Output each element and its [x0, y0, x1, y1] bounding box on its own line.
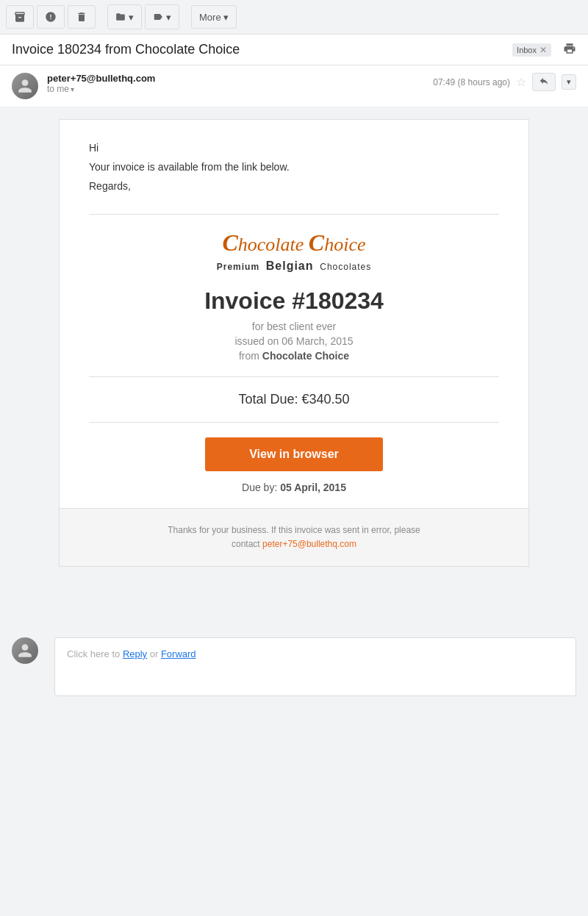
footer-contact-email[interactable]: peter+75@bullethq.com — [262, 539, 356, 549]
email-body-wrap: Hi Your invoice is available from the li… — [0, 107, 588, 579]
logo-subtitle: Premium Belgian Chocolates — [89, 260, 499, 273]
forward-link[interactable]: Forward — [161, 648, 196, 659]
archive-icon — [14, 11, 26, 23]
move-button[interactable]: ▾ — [108, 5, 141, 29]
invoice-issued: issued on 06 March, 2015 — [89, 335, 499, 347]
email-header: Invoice 180234 from Chocolate Choice Inb… — [0, 35, 588, 65]
logo-text: Chocolate Choice — [89, 229, 499, 257]
invoice-number: Invoice #180234 — [89, 287, 499, 315]
reply-area: Click here to Reply or Forward — [12, 637, 576, 696]
invoice-from: from Chocolate Choice — [89, 350, 499, 362]
sender-row: peter+75@bullethq.com to me ▾ 07:49 (8 h… — [0, 65, 588, 107]
label-icon — [153, 12, 163, 22]
reply-avatar — [12, 637, 38, 664]
email-footer: Thanks for your business. If this invoic… — [60, 508, 528, 566]
reply-box[interactable]: Click here to Reply or Forward — [54, 637, 576, 696]
logo-cap-c2: C — [309, 229, 324, 256]
toolbar: ▾ ▾ More ▾ — [0, 0, 588, 35]
inbox-badge-close[interactable]: ✕ — [539, 45, 547, 55]
labels-button[interactable]: ▾ — [146, 5, 179, 29]
star-button[interactable]: ☆ — [516, 75, 526, 89]
archive-button[interactable] — [6, 5, 34, 29]
email-card: Hi Your invoice is available from the li… — [59, 119, 529, 567]
more-actions-button[interactable]: ▾ — [562, 74, 576, 90]
labels-group: ▾ — [145, 4, 179, 29]
logo-premium: Premium — [217, 262, 259, 272]
to-me-chevron-icon: ▾ — [71, 85, 74, 93]
reply-avatar-inner — [12, 637, 38, 664]
sender-name: peter+75@bullethq.com — [47, 73, 433, 84]
invoice-section: Chocolate Choice Premium Belgian Chocola… — [60, 215, 528, 508]
logo-chocolates: Chocolates — [320, 262, 371, 272]
to-me[interactable]: to me ▾ — [47, 84, 433, 94]
total-due: Total Due: €340.50 — [89, 392, 499, 407]
spam-button[interactable] — [37, 5, 65, 29]
footer-line1: Thanks for your business. If this invoic… — [168, 525, 420, 535]
avatar-inner — [12, 73, 38, 99]
body-line1: Your invoice is available from the link … — [89, 161, 499, 173]
invoice-divider2 — [89, 422, 499, 423]
timestamp-label: 07:49 (8 hours ago) — [433, 77, 510, 87]
more-label: More ▾ — [199, 12, 229, 23]
invoice-from-company: Chocolate Choice — [262, 350, 349, 362]
email-subject: Invoice 180234 from Chocolate Choice — [12, 42, 505, 57]
inbox-badge-label: Inbox — [517, 46, 537, 54]
reply-icon — [539, 76, 549, 86]
sender-info: peter+75@bullethq.com to me ▾ — [47, 73, 433, 94]
delete-icon — [76, 11, 87, 23]
email-text-section: Hi Your invoice is available from the li… — [60, 120, 528, 214]
reply-button[interactable] — [532, 73, 556, 91]
invoice-from-label: from — [239, 350, 259, 362]
invoice-for: for best client ever — [89, 321, 499, 332]
body-line2: Regards, — [89, 180, 499, 192]
avatar — [12, 73, 38, 99]
due-by: Due by: 05 April, 2015 — [89, 482, 499, 493]
reply-area-wrap: Click here to Reply or Forward — [0, 623, 588, 711]
folder-icon — [115, 12, 126, 22]
logo-cap-c: C — [222, 229, 237, 256]
move-group: ▾ — [107, 4, 142, 29]
reply-link[interactable]: Reply — [123, 648, 147, 659]
logo-container: Chocolate Choice Premium Belgian Chocola… — [89, 229, 499, 273]
due-by-label: Due by: — [242, 482, 277, 493]
footer-line2: contact — [232, 539, 260, 549]
logo-belgian: Belgian — [266, 260, 314, 272]
print-button[interactable] — [563, 42, 576, 57]
view-browser-button[interactable]: View in browser — [205, 437, 383, 471]
spam-icon — [45, 11, 57, 23]
sender-time: 07:49 (8 hours ago) ☆ ▾ — [433, 73, 576, 91]
inbox-badge: Inbox ✕ — [512, 43, 551, 57]
more-button[interactable]: More ▾ — [191, 5, 237, 29]
invoice-divider — [89, 376, 499, 377]
delete-button[interactable] — [68, 5, 96, 29]
reply-avatar-icon — [17, 643, 33, 659]
greeting-text: Hi — [89, 142, 499, 154]
print-icon — [563, 42, 576, 55]
avatar-icon — [17, 78, 33, 94]
reply-placeholder: Click here to Reply or Forward — [67, 648, 196, 659]
spacer — [0, 579, 588, 623]
to-me-label: to me — [47, 84, 69, 94]
due-by-date: 05 April, 2015 — [280, 482, 346, 493]
